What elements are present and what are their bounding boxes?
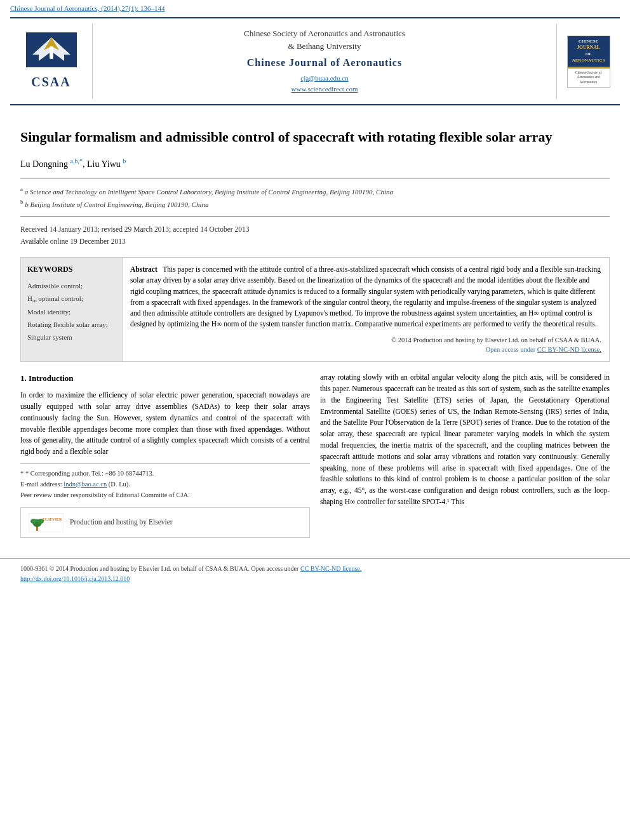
intro-heading: 1. Introduction xyxy=(20,372,310,385)
keywords-column: KEYWORDS Admissible control; H∞ optimal … xyxy=(21,258,123,361)
abstract-section: KEYWORDS Admissible control; H∞ optimal … xyxy=(20,257,610,362)
divider-after-affiliations xyxy=(20,217,610,217)
abstract-column: Abstract This paper is concerned with th… xyxy=(123,258,609,361)
citation-bar: Chinese Journal of Aeronautics, (2014),2… xyxy=(0,0,630,17)
page: Chinese Journal of Aeronautics, (2014),2… xyxy=(0,0,630,840)
body-col-left: 1. Introduction In order to maximize the… xyxy=(20,372,310,537)
email-link[interactable]: cja@buaa.edu.cn xyxy=(300,74,348,82)
keywords-list: Admissible control; H∞ optimal control; … xyxy=(27,280,116,344)
csaa-plane-icon xyxy=(26,32,77,67)
main-content: Singular formalism and admissible contro… xyxy=(0,105,630,558)
journal-title: Chinese Journal of Aeronautics xyxy=(247,56,402,70)
fn-peer: Peer review under responsibility of Edit… xyxy=(20,490,310,501)
article-title: Singular formalism and admissible contro… xyxy=(20,128,610,147)
intro-p1: In order to maximize the efficiency of s… xyxy=(20,390,310,458)
kw-2: H∞ optimal control; xyxy=(27,293,116,307)
abstract-label: Abstract xyxy=(130,265,158,273)
website-link[interactable]: www.sciencedirect.com xyxy=(292,85,358,93)
bottom-doi: http://dx.doi.org/10.1016/j.cja.2013.12.… xyxy=(20,574,610,584)
kw-4: Rotating flexible solar array; xyxy=(27,319,116,331)
fn-email-link[interactable]: lndn@bao.ac.cn xyxy=(64,481,107,488)
journal-center-info: Chinese Society of Aeronautics and Astro… xyxy=(93,23,556,99)
journal-badge: CHINESE JOURNAL OF AERONAUTICS Chinese S… xyxy=(556,23,620,99)
citation-text[interactable]: Chinese Journal of Aeronautics, (2014),2… xyxy=(10,4,164,12)
kw-5: Singular system xyxy=(27,331,116,344)
badge-text3: OF xyxy=(586,51,592,58)
elsevier-logo: ELSEVIER xyxy=(29,513,64,532)
badge-bottom: Chinese Society ofAeronautics andAstrona… xyxy=(568,69,610,87)
svg-rect-3 xyxy=(50,46,53,59)
svg-text:ELSEVIER: ELSEVIER xyxy=(43,517,62,521)
license-link[interactable]: CC BY-NC-ND license. xyxy=(537,346,601,353)
fn-corresponding: * * Corresponding author. Tel.: +86 10 6… xyxy=(20,469,310,479)
dates-info: Received 14 January 2013; revised 29 Mar… xyxy=(20,223,610,247)
abstract-text: This paper is concerned with the attitud… xyxy=(130,265,601,328)
kw-3: Modal identity; xyxy=(27,306,116,319)
csaa-label: CSAA xyxy=(26,73,77,91)
fn-email: E-mail address: lndn@bao.ac.cn (D. Lu). xyxy=(20,479,310,490)
badge-text2: JOURNAL xyxy=(577,44,600,51)
footnote-area: * * Corresponding author. Tel.: +86 10 6… xyxy=(20,463,310,500)
fn-star: * xyxy=(20,470,25,477)
affil-b-sup: b xyxy=(20,199,23,205)
badge-text4: AERONAUTICS xyxy=(572,58,605,64)
license-line: Open access under CC BY-NC-ND license. xyxy=(130,345,601,355)
body-columns: 1. Introduction In order to maximize the… xyxy=(20,372,610,537)
keywords-title: KEYWORDS xyxy=(27,264,116,275)
elsevier-box: ELSEVIER Production and hosting by Elsev… xyxy=(20,507,310,538)
copyright-line: © 2014 Production and hosting by Elsevie… xyxy=(130,335,601,345)
body-col-right: array rotating slowly with an orbital an… xyxy=(320,372,610,537)
affil-sup-b: b xyxy=(123,157,126,164)
csaa-logo: CSAA xyxy=(10,23,93,99)
affil-a-sup: a xyxy=(20,186,23,192)
bottom-bar: 1000-9361 © 2014 Production and hosting … xyxy=(0,558,630,588)
doi-link[interactable]: http://dx.doi.org/10.1016/j.cja.2013.12.… xyxy=(20,575,130,582)
contact-info: cja@buaa.edu.cn www.sciencedirect.com xyxy=(292,73,358,95)
svg-point-8 xyxy=(30,519,37,524)
authors: Lu Dongning a,b,*, Liu Yiwu b xyxy=(20,157,610,170)
bottom-license-link[interactable]: CC BY-NC-ND license. xyxy=(300,565,361,572)
org-name: Chinese Society of Aeronautics and Astro… xyxy=(244,27,405,52)
affil-sup-a: a,b, xyxy=(70,157,79,164)
journal-header: CSAA Chinese Society of Aeronautics and … xyxy=(10,17,620,105)
badge-text1: CHINESE xyxy=(579,39,599,45)
kw-1: Admissible control; xyxy=(27,280,116,293)
affiliations: a a Science and Technology on Intelligen… xyxy=(20,185,610,211)
divider-after-authors xyxy=(20,178,610,178)
affil-sup-star: * xyxy=(79,157,83,164)
elsevier-text: Production and hosting by Elsevier xyxy=(70,517,173,528)
intro-col2-p1: array rotating slowly with an orbital an… xyxy=(320,372,610,508)
bottom-issn: 1000-9361 © 2014 Production and hosting … xyxy=(20,564,610,574)
